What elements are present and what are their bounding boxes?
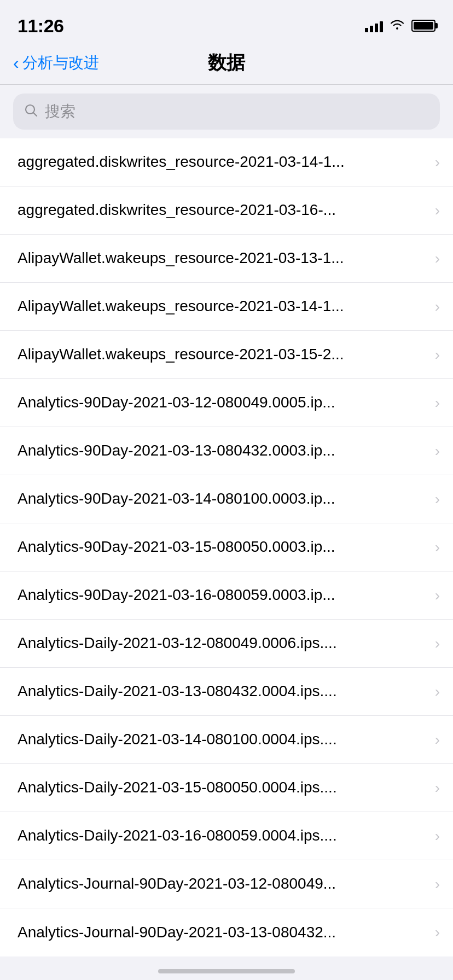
chevron-right-icon: › [435, 298, 440, 316]
search-icon [24, 103, 38, 120]
chevron-right-icon: › [435, 683, 440, 701]
chevron-right-icon: › [435, 202, 440, 219]
chevron-right-icon: › [435, 154, 440, 171]
list-item-label: Analytics-Daily-2021-03-16-080059.0004.i… [18, 826, 435, 845]
list-item-label: AlipayWallet.wakeups_resource-2021-03-15… [18, 345, 435, 364]
list-item-label: Analytics-Daily-2021-03-13-080432.0004.i… [18, 681, 435, 701]
list-item-label: Analytics-90Day-2021-03-12-080049.0005.i… [18, 393, 435, 412]
list-item-label: Analytics-Journal-90Day-2021-03-12-08004… [18, 874, 435, 894]
wifi-icon [390, 18, 405, 33]
status-bar: 11:26 [0, 0, 453, 48]
list-item[interactable]: Analytics-90Day-2021-03-13-080432.0003.i… [0, 427, 453, 475]
list-item[interactable]: Analytics-90Day-2021-03-16-080059.0003.i… [0, 571, 453, 620]
list-item[interactable]: Analytics-90Day-2021-03-12-080049.0005.i… [0, 379, 453, 427]
list-item[interactable]: Analytics-Journal-90Day-2021-03-12-08004… [0, 860, 453, 908]
chevron-right-icon: › [435, 779, 440, 797]
chevron-right-icon: › [435, 394, 440, 412]
search-container: 搜索 [0, 85, 453, 136]
list-item[interactable]: aggregated.diskwrites_resource-2021-03-1… [0, 138, 453, 186]
chevron-right-icon: › [435, 635, 440, 652]
home-indicator [158, 969, 295, 973]
list-item-label: Analytics-90Day-2021-03-15-080050.0003.i… [18, 537, 435, 557]
list-item-label: Analytics-Journal-90Day-2021-03-13-08043… [18, 923, 435, 942]
chevron-right-icon: › [435, 539, 440, 556]
list-item-label: aggregated.diskwrites_resource-2021-03-1… [18, 152, 435, 172]
back-label: 分析与改进 [22, 52, 99, 73]
list-item[interactable]: AlipayWallet.wakeups_resource-2021-03-15… [0, 331, 453, 379]
search-placeholder: 搜索 [45, 101, 76, 122]
chevron-right-icon: › [435, 876, 440, 893]
page-title: 数据 [208, 50, 245, 75]
list-item[interactable]: Analytics-Daily-2021-03-14-080100.0004.i… [0, 716, 453, 764]
list-item[interactable]: AlipayWallet.wakeups_resource-2021-03-14… [0, 283, 453, 331]
battery-icon [411, 20, 435, 32]
list-item[interactable]: aggregated.diskwrites_resource-2021-03-1… [0, 186, 453, 235]
back-button[interactable]: ‹ 分析与改进 [13, 52, 99, 73]
list-item-label: aggregated.diskwrites_resource-2021-03-1… [18, 200, 435, 220]
list-item[interactable]: Analytics-90Day-2021-03-14-080100.0003.i… [0, 475, 453, 523]
list-item-label: AlipayWallet.wakeups_resource-2021-03-13… [18, 248, 435, 268]
list-item[interactable]: Analytics-Daily-2021-03-13-080432.0004.i… [0, 668, 453, 716]
list-item-label: Analytics-Daily-2021-03-15-080050.0004.i… [18, 778, 435, 797]
nav-bar: ‹ 分析与改进 数据 [0, 48, 453, 85]
chevron-right-icon: › [435, 442, 440, 460]
file-list: aggregated.diskwrites_resource-2021-03-1… [0, 138, 453, 956]
chevron-right-icon: › [435, 250, 440, 267]
chevron-right-icon: › [435, 346, 440, 364]
status-time: 11:26 [18, 15, 63, 37]
list-item[interactable]: Analytics-Journal-90Day-2021-03-13-08043… [0, 908, 453, 956]
list-item-label: AlipayWallet.wakeups_resource-2021-03-14… [18, 296, 435, 316]
list-item[interactable]: Analytics-90Day-2021-03-15-080050.0003.i… [0, 523, 453, 571]
list-item[interactable]: Analytics-Daily-2021-03-15-080050.0004.i… [0, 764, 453, 812]
list-item[interactable]: AlipayWallet.wakeups_resource-2021-03-13… [0, 235, 453, 283]
chevron-right-icon: › [435, 587, 440, 604]
list-item-label: Analytics-90Day-2021-03-14-080100.0003.i… [18, 489, 435, 509]
list-item-label: Analytics-90Day-2021-03-16-080059.0003.i… [18, 585, 435, 605]
chevron-right-icon: › [435, 491, 440, 508]
list-item-label: Analytics-90Day-2021-03-13-080432.0003.i… [18, 441, 435, 460]
list-item-label: Analytics-Daily-2021-03-12-080049.0006.i… [18, 633, 435, 653]
list-item[interactable]: Analytics-Daily-2021-03-16-080059.0004.i… [0, 812, 453, 860]
list-item-label: Analytics-Daily-2021-03-14-080100.0004.i… [18, 730, 435, 749]
back-chevron-icon: ‹ [13, 54, 19, 72]
signal-icon [365, 19, 383, 32]
status-icons [365, 18, 435, 33]
chevron-right-icon: › [435, 731, 440, 749]
list-item[interactable]: Analytics-Daily-2021-03-12-080049.0006.i… [0, 620, 453, 668]
chevron-right-icon: › [435, 924, 440, 941]
search-bar[interactable]: 搜索 [13, 94, 440, 130]
chevron-right-icon: › [435, 827, 440, 845]
